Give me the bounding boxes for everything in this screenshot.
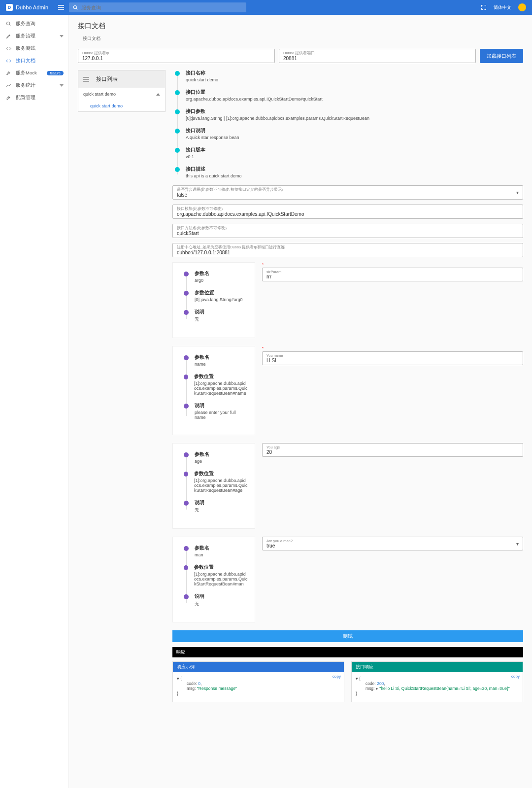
timeline-dot xyxy=(175,90,180,95)
timeline-dot xyxy=(175,167,180,172)
copy-button[interactable]: copy xyxy=(511,674,520,679)
search-icon xyxy=(73,5,78,10)
test-button[interactable]: 测试 xyxy=(172,630,523,642)
interface-group[interactable]: quick start demo xyxy=(78,88,165,101)
config-field[interactable]: 接口方法名(此参数不可修改)quickStart xyxy=(172,224,523,238)
response-actual: 接口响应 copy ▾ { code: 200, msg: ▸ "hello L… xyxy=(351,661,523,702)
menu-icon xyxy=(83,77,89,82)
param-input[interactable]: You name Li Si xyxy=(262,351,523,365)
svg-point-0 xyxy=(73,5,76,8)
search-box[interactable] xyxy=(69,2,246,12)
interface-item[interactable]: quick start demo xyxy=(78,101,165,111)
wrench-icon xyxy=(5,70,12,76)
chart-icon xyxy=(5,83,12,88)
menu-icon[interactable] xyxy=(58,5,64,10)
required-icon: * xyxy=(262,262,523,267)
sidebar-item[interactable]: 服务查询 xyxy=(0,18,68,30)
copy-button[interactable]: copy xyxy=(332,674,341,679)
logo-icon: D xyxy=(6,4,13,11)
config-field[interactable]: 接口模块(此参数不可修改)org.apache.dubbo.apidocs.ex… xyxy=(172,205,523,219)
svg-point-1 xyxy=(6,22,9,25)
breadcrumb: 接口文档 xyxy=(83,35,523,42)
response-example: 响应示例 copy ▾ { code: 0, msg: "Response me… xyxy=(172,661,344,702)
app-title: Dubbo Admin xyxy=(16,4,48,10)
chevron-down-icon xyxy=(60,84,64,87)
page-title: 接口文档 xyxy=(78,22,523,31)
sidebar-item[interactable]: 服务Mockfeature xyxy=(0,67,68,79)
sidebar-item[interactable]: 接口文档 xyxy=(0,55,68,67)
param-input[interactable]: Are you a man? true ▾ xyxy=(262,537,523,550)
config-field[interactable]: 是否异步调用(此参数不可修改,根据接口定义的是否异步显示)false▾ xyxy=(172,185,523,200)
response-header: 响应 xyxy=(172,647,523,657)
caret-down-icon: ▾ xyxy=(516,541,519,547)
config-field[interactable]: 注册中心地址, 如果为空将使用Dubbo 提供者Ip和端口进行直连dubbo:/… xyxy=(172,243,523,257)
chevron-up-icon xyxy=(156,93,160,96)
interface-list-header: 接口列表 xyxy=(78,70,165,88)
chevron-down-icon xyxy=(60,35,64,37)
code-icon xyxy=(5,58,12,64)
wrench-icon xyxy=(5,95,12,101)
port-field[interactable]: Dubbo 提供者端口 20881 xyxy=(279,49,476,63)
ip-field[interactable]: Dubbo 提供者Ip 127.0.0.1 xyxy=(78,49,275,63)
param-card: 参数名man 参数位置[1]:org.apache.dubbo.apidocs.… xyxy=(172,537,255,622)
sidebar-item[interactable]: 服务测试 xyxy=(0,42,68,55)
param-card: 参数名name 参数位置[1]:org.apache.dubbo.apidocs… xyxy=(172,346,255,435)
edit-icon xyxy=(5,34,12,39)
code-icon xyxy=(5,46,12,51)
search-input[interactable] xyxy=(81,5,243,10)
fullscreen-icon[interactable] xyxy=(481,4,487,10)
feature-badge: feature xyxy=(47,71,64,75)
search-icon xyxy=(5,21,12,27)
caret-down-icon: ▾ xyxy=(516,190,519,195)
lang-switch[interactable]: 简体中文 xyxy=(494,4,511,11)
load-button[interactable]: 加载接口列表 xyxy=(480,49,523,63)
metadata-timeline: 接口名称quick start demo接口位置org.apache.dubbo… xyxy=(172,70,523,178)
param-card: 参数名arg0 参数位置[0]:java.lang.String#arg0 说明… xyxy=(172,262,255,338)
main-content: 接口文档 接口文档 Dubbo 提供者Ip 127.0.0.1 Dubbo 提供… xyxy=(69,15,532,788)
timeline-dot xyxy=(175,71,180,76)
timeline-dot xyxy=(175,148,180,153)
sidebar: 服务查询服务治理服务测试接口文档服务Mockfeature服务统计配置管理 xyxy=(0,15,69,788)
timeline-dot xyxy=(175,109,180,114)
avatar[interactable] xyxy=(518,3,526,11)
param-card: 参数名age 参数位置[1]:org.apache.dubbo.apidocs.… xyxy=(172,443,255,529)
param-input[interactable]: You age 20 xyxy=(262,443,523,457)
required-icon: * xyxy=(262,346,523,350)
sidebar-item[interactable]: 服务统计 xyxy=(0,79,68,92)
topbar: D Dubbo Admin 简体中文 xyxy=(0,0,532,15)
sidebar-item[interactable]: 服务治理 xyxy=(0,30,68,42)
sidebar-item[interactable]: 配置管理 xyxy=(0,92,68,104)
interface-list-panel: 接口列表 quick start demo quick start demo xyxy=(78,70,166,112)
timeline-dot xyxy=(175,129,180,134)
param-input[interactable]: strParam rrr xyxy=(262,268,523,281)
